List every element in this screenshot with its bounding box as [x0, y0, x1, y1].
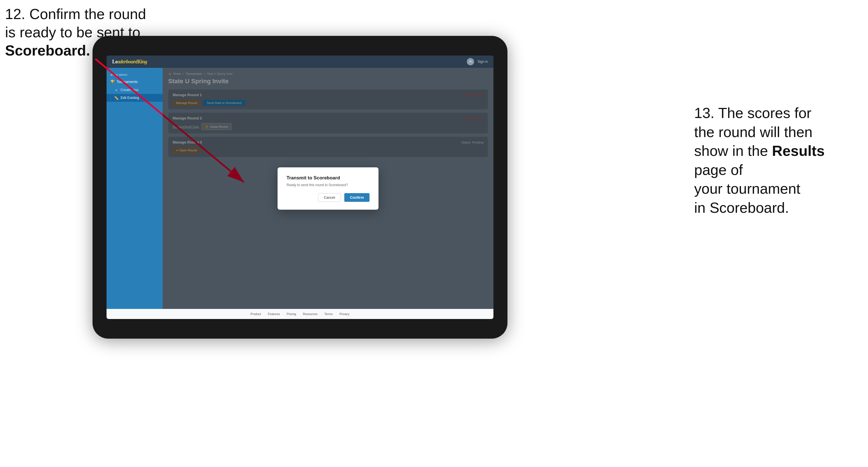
sidebar: MAIN MENU 🏆 Tournaments + Create New ✏️ … — [106, 68, 163, 309]
annotation-line3-bold: Scoreboard. — [5, 42, 90, 59]
trophy-icon: 🏆 — [111, 80, 114, 84]
annotation-right-line2: the round will then — [694, 124, 812, 140]
sidebar-edit-existing-label: Edit Existing — [121, 96, 139, 100]
footer-link-resources[interactable]: Resources — [303, 312, 318, 316]
tablet-frame: LeaderboardKing Sign in MAIN MENU 🏆 — [93, 36, 507, 339]
nav-right: Sign in — [467, 58, 488, 65]
sidebar-create-new-label: Create New — [121, 88, 138, 92]
footer-link-privacy[interactable]: Privacy — [340, 312, 350, 316]
main-layout: MAIN MENU 🏆 Tournaments + Create New ✏️ … — [106, 68, 493, 309]
annotation-right-bold: Results — [772, 143, 825, 159]
modal-subtitle: Ready to send this round to Scoreboard? — [286, 183, 370, 187]
plus-icon: + — [114, 88, 118, 92]
tablet-screen: LeaderboardKing Sign in MAIN MENU 🏆 — [106, 56, 493, 319]
footer-link-terms[interactable]: Terms — [324, 312, 333, 316]
logo-area: LeaderboardKing — [112, 59, 147, 65]
sign-in-text[interactable]: Sign in — [477, 60, 488, 64]
annotation-right-line5: your tournament — [694, 181, 800, 197]
annotation-right-line4: page of — [694, 162, 743, 178]
modal-cancel-button[interactable]: Cancel — [318, 193, 341, 202]
modal-box: Transmit to Scoreboard Ready to send thi… — [278, 167, 378, 210]
top-nav: LeaderboardKing Sign in — [106, 56, 493, 68]
main-menu-label: MAIN MENU — [106, 71, 163, 77]
logo-text: LeaderboardKing — [112, 59, 147, 65]
modal-title: Transmit to Scoreboard — [286, 175, 370, 181]
sidebar-tournaments-label: Tournaments — [117, 80, 138, 84]
modal-buttons: Cancel Confirm — [286, 193, 370, 202]
sidebar-item-edit-existing[interactable]: ✏️ Edit Existing — [106, 94, 163, 102]
annotation-right: 13. The scores for the round will then s… — [694, 104, 857, 218]
footer-link-pricing[interactable]: Pricing — [287, 312, 296, 316]
user-avatar-icon — [467, 58, 474, 65]
annotation-right-line1: 13. The scores for — [694, 105, 811, 121]
modal-confirm-button[interactable]: Confirm — [344, 193, 370, 202]
user-icon — [468, 60, 472, 64]
modal-overlay: Transmit to Scoreboard Ready to send thi… — [163, 68, 493, 309]
annotation-line1: 12. Confirm the round — [5, 6, 146, 22]
edit-icon: ✏️ — [114, 96, 118, 100]
footer: Product Features Pricing Resources Terms… — [106, 309, 493, 319]
annotation-right-line3: show in the — [694, 143, 768, 159]
annotation-right-line6: in Scoreboard. — [694, 199, 789, 216]
footer-link-product[interactable]: Product — [250, 312, 261, 316]
footer-link-features[interactable]: Features — [268, 312, 280, 316]
content-area: 🏠 Home > Tournaments > State U Spring In… — [163, 68, 493, 309]
sidebar-item-tournaments[interactable]: 🏆 Tournaments — [106, 77, 163, 86]
sidebar-item-create-new[interactable]: + Create New — [106, 86, 163, 94]
